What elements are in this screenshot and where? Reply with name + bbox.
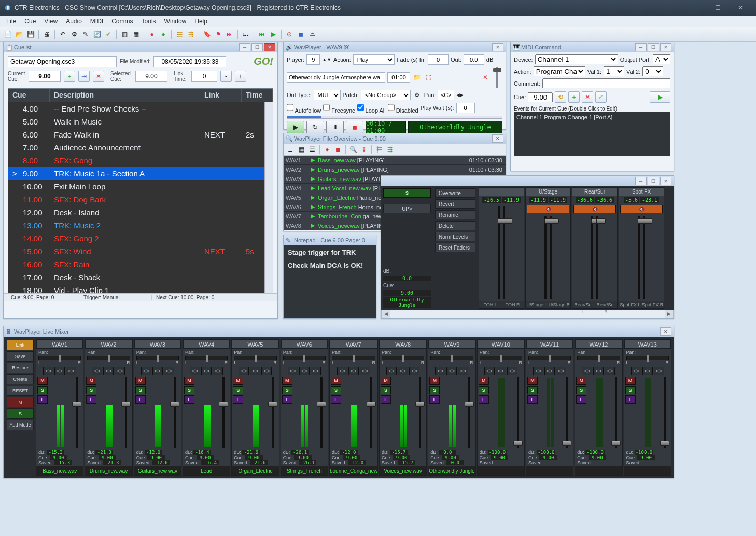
send-button[interactable]: <> <box>66 367 76 375</box>
solo-button[interactable]: S <box>527 386 538 394</box>
fx-button[interactable]: F <box>576 395 586 404</box>
file-overview-row[interactable]: WAV2▶ Drums_new.wav [PLAYING] 01:10 / 03… <box>284 165 506 174</box>
send-button[interactable]: <> <box>103 367 114 375</box>
mixer-side-button[interactable]: Link <box>7 340 34 350</box>
skip-icon[interactable]: ⏭ <box>225 30 234 39</box>
cue-row[interactable]: 8.00 SFX: Gong <box>8 154 273 167</box>
solo-button[interactable]: S <box>383 188 431 198</box>
panel-maximize-button[interactable]: ☐ <box>251 43 263 51</box>
flag-icon[interactable]: ⚑ <box>214 30 223 39</box>
multitrack-icon[interactable]: ⬚ <box>424 73 433 82</box>
cue-row[interactable]: 4.00 -- End Pre Show Checks -- <box>8 102 273 115</box>
send-button[interactable]: <> <box>115 367 125 375</box>
cue-row[interactable]: 11.00 SFX: Dog Bark <box>8 193 273 206</box>
fx-button[interactable]: F <box>37 395 48 404</box>
check-icon[interactable]: ✔ <box>104 30 113 39</box>
send-button[interactable]: <> <box>164 367 174 375</box>
wav-filename-field[interactable] <box>287 72 385 83</box>
menu-audio[interactable]: Audio <box>62 17 86 26</box>
solo-button[interactable]: S <box>576 386 586 394</box>
panel-minimize-button[interactable]: ─ <box>635 177 647 185</box>
bus-fader[interactable] <box>550 216 552 299</box>
send-button[interactable]: <> <box>152 367 163 375</box>
send-button[interactable]: <> <box>43 367 53 375</box>
pan-slider[interactable] <box>430 356 473 360</box>
fx-button[interactable]: F <box>479 395 489 404</box>
playwait-field[interactable] <box>456 103 475 113</box>
align-right-icon[interactable]: ⇶ <box>385 145 395 154</box>
player-field[interactable] <box>306 54 320 65</box>
channel-fader[interactable] <box>513 377 523 448</box>
action-select[interactable]: Play <box>353 54 395 65</box>
send-button[interactable]: <> <box>288 367 298 375</box>
menu-tools[interactable]: Tools <box>137 17 160 26</box>
menu-cue[interactable]: Cue <box>20 17 40 26</box>
channel-fader[interactable] <box>415 377 425 448</box>
midi-confirm-button[interactable]: ✔ <box>595 91 607 103</box>
midi-events-list[interactable]: Channel 1 Program Change 1 [Port A] <box>514 112 670 156</box>
print-icon[interactable]: 🖨 <box>42 30 51 39</box>
send-button[interactable]: <> <box>348 367 359 375</box>
send-button[interactable]: <> <box>337 367 347 375</box>
solo-button[interactable]: S <box>37 386 48 394</box>
seq-right-icon[interactable]: ⇶ <box>186 30 195 39</box>
send-button[interactable]: <> <box>507 367 517 375</box>
send-button[interactable]: <> <box>386 367 397 375</box>
mute-button[interactable]: M <box>429 377 440 385</box>
midi-delete-button[interactable]: ✕ <box>582 91 593 103</box>
pan-slider[interactable] <box>480 356 522 360</box>
solo-button[interactable]: S <box>381 386 391 394</box>
val1-select[interactable]: 1 <box>604 66 624 76</box>
progress-bar[interactable] <box>287 116 502 119</box>
volume-fader[interactable] <box>492 67 502 88</box>
send-button[interactable]: <> <box>299 367 310 375</box>
mute-button[interactable]: M <box>527 377 538 385</box>
stop-all-icon[interactable]: ◼ <box>333 145 343 154</box>
skip-cue-button[interactable]: ⇥ <box>78 71 90 82</box>
layout-icon[interactable]: ▥ <box>120 30 129 39</box>
panel-close-button[interactable]: ✕ <box>660 177 671 185</box>
pan-slider[interactable] <box>332 356 375 360</box>
fx-button[interactable]: F <box>184 395 194 404</box>
mute-button[interactable]: M <box>233 377 243 385</box>
notepad-body[interactable]: Stage trigger for TRK Check Main DCA is … <box>284 245 376 318</box>
maximize-button[interactable]: ☐ <box>706 0 729 16</box>
zoom-in-icon[interactable]: 🔍 <box>348 145 358 154</box>
midi-add-button[interactable]: ＋ <box>568 91 580 103</box>
send-button[interactable]: <> <box>544 367 555 375</box>
menu-file[interactable]: File <box>2 17 20 26</box>
panel-close-button[interactable]: ✕ <box>492 43 503 51</box>
mute-icon[interactable]: 🔇 <box>573 205 616 213</box>
delete-cue-button[interactable]: ✕ <box>93 71 104 82</box>
mixer-side-button[interactable]: Create <box>7 374 34 384</box>
refresh-icon[interactable]: 🔄 <box>92 30 102 39</box>
up-button[interactable]: UP> <box>383 204 431 213</box>
midi-send-button[interactable]: ▶ <box>650 91 670 103</box>
send-button[interactable]: <> <box>631 367 641 375</box>
outtype-select[interactable]: MULTI <box>314 90 341 100</box>
fx-button[interactable]: F <box>625 395 636 404</box>
solo-button[interactable]: S <box>479 386 489 394</box>
mute-button[interactable]: M <box>331 377 341 385</box>
loop-button[interactable]: ↻ <box>306 121 324 133</box>
solo-button[interactable]: S <box>135 386 146 394</box>
cue-row[interactable]: 10.00 Exit Main Loop <box>8 180 273 193</box>
cuelist-scrollbar[interactable] <box>264 102 273 293</box>
bus-action-button[interactable]: Overwrite <box>435 188 475 198</box>
col-cue-header[interactable]: Cue <box>8 89 50 102</box>
send-button[interactable]: <> <box>409 367 419 375</box>
bus-fader[interactable] <box>498 206 500 299</box>
cue-row[interactable]: 12.00 Desk - Island <box>8 206 273 219</box>
panel-maximize-button[interactable]: ☐ <box>648 43 659 51</box>
send-button[interactable]: <> <box>250 367 260 375</box>
channel-fader[interactable] <box>218 377 229 448</box>
bus-fader[interactable] <box>643 216 645 299</box>
send-button[interactable]: <> <box>92 367 102 375</box>
solo-button[interactable]: S <box>625 386 636 394</box>
pan-slider[interactable] <box>283 356 326 360</box>
midi-link-button[interactable]: ⟲ <box>555 91 566 103</box>
send-button[interactable]: <> <box>484 367 495 375</box>
add-cue-button[interactable]: ＋ <box>64 71 75 82</box>
send-button[interactable]: <> <box>458 367 468 375</box>
cue-row[interactable]: > 9.00 TRK: Music 1a - Section A <box>8 167 273 180</box>
